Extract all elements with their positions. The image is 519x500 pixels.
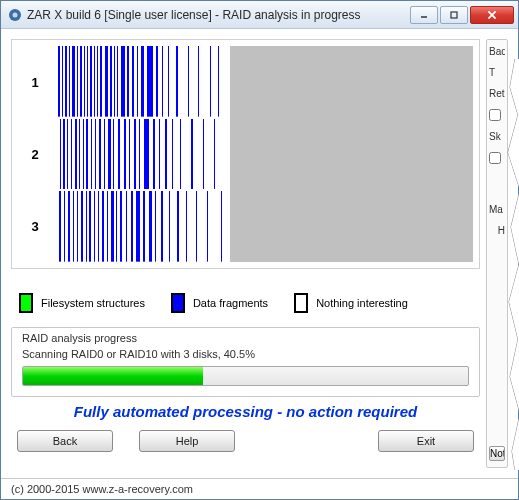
svg-rect-93 — [196, 191, 197, 262]
svg-rect-46 — [86, 119, 88, 190]
svg-rect-62 — [172, 119, 173, 190]
disk-stripe-1 — [58, 46, 226, 117]
back-button[interactable]: Back — [17, 430, 113, 452]
svg-rect-43 — [75, 119, 77, 190]
svg-rect-79 — [107, 191, 108, 262]
svg-rect-32 — [168, 46, 169, 117]
svg-rect-23 — [117, 46, 118, 117]
svg-rect-69 — [64, 191, 65, 262]
svg-rect-16 — [90, 46, 92, 117]
svg-rect-9 — [65, 46, 67, 117]
svg-rect-58 — [144, 119, 149, 190]
retry-label: Retry — [489, 88, 505, 99]
legend: Filesystem structures Data fragments Not… — [11, 293, 480, 313]
footer-text: (c) 2000-2015 www.z-a-recovery.com — [1, 478, 518, 499]
ma-label: Ma — [489, 204, 505, 215]
svg-rect-60 — [159, 119, 160, 190]
minimize-button[interactable] — [410, 6, 438, 24]
swatch-white-icon — [294, 293, 308, 313]
swatch-green-icon — [19, 293, 33, 313]
not-button[interactable]: Not — [489, 446, 505, 461]
svg-rect-52 — [113, 119, 114, 190]
app-window: ZAR X build 6 [Single user license] - RA… — [0, 0, 519, 500]
svg-rect-92 — [186, 191, 187, 262]
disk-stripe-3 — [58, 191, 226, 262]
svg-rect-22 — [114, 46, 115, 117]
svg-rect-83 — [126, 191, 127, 262]
legend-item-filesystem: Filesystem structures — [19, 293, 145, 313]
disk-row-numbers: 1 2 3 — [12, 46, 58, 262]
svg-rect-85 — [136, 191, 140, 262]
svg-rect-35 — [198, 46, 199, 117]
svg-rect-71 — [73, 191, 74, 262]
svg-rect-29 — [147, 46, 153, 117]
svg-rect-77 — [98, 191, 99, 262]
svg-rect-91 — [177, 191, 179, 262]
svg-rect-61 — [165, 119, 167, 190]
svg-rect-37 — [218, 46, 219, 117]
svg-rect-10 — [69, 46, 70, 117]
svg-rect-13 — [80, 46, 82, 117]
svg-rect-80 — [111, 191, 114, 262]
exit-button[interactable]: Exit — [378, 430, 474, 452]
disk-row-label: 2 — [12, 118, 58, 190]
svg-rect-20 — [105, 46, 108, 117]
svg-rect-40 — [63, 119, 65, 190]
svg-rect-44 — [79, 119, 80, 190]
svg-rect-48 — [95, 119, 96, 190]
disk-map-remainder — [230, 46, 473, 262]
legend-item-data: Data fragments — [171, 293, 268, 313]
svg-rect-50 — [104, 119, 105, 190]
svg-rect-47 — [91, 119, 92, 190]
disk-row-label: 3 — [12, 190, 58, 262]
svg-rect-17 — [94, 46, 95, 117]
svg-rect-39 — [60, 119, 61, 190]
svg-rect-68 — [59, 191, 61, 262]
svg-rect-11 — [72, 46, 75, 117]
a-checkbox[interactable]: A — [489, 109, 505, 121]
window-controls — [410, 6, 514, 24]
svg-rect-18 — [97, 46, 98, 117]
svg-rect-72 — [77, 191, 78, 262]
svg-rect-59 — [153, 119, 155, 190]
svg-rect-56 — [134, 119, 136, 190]
svg-rect-33 — [176, 46, 178, 117]
swatch-blue-icon — [171, 293, 185, 313]
skip-label: Sk — [489, 131, 505, 142]
svg-rect-70 — [68, 191, 70, 262]
maximize-button[interactable] — [440, 6, 468, 24]
svg-rect-54 — [124, 119, 126, 190]
svg-rect-51 — [108, 119, 111, 190]
legend-label: Filesystem structures — [41, 297, 145, 309]
help-button[interactable]: Help — [139, 430, 235, 452]
close-button[interactable] — [470, 6, 514, 24]
button-row: Back Help Exit — [11, 430, 480, 452]
t-label: T — [489, 67, 505, 78]
svg-rect-21 — [110, 46, 112, 117]
svg-rect-30 — [156, 46, 158, 117]
svg-rect-74 — [86, 191, 87, 262]
svg-rect-15 — [87, 46, 88, 117]
svg-rect-24 — [121, 46, 125, 117]
f-checkbox[interactable]: F — [489, 152, 505, 164]
svg-rect-55 — [129, 119, 130, 190]
svg-rect-53 — [118, 119, 120, 190]
svg-rect-14 — [84, 46, 85, 117]
svg-point-1 — [13, 12, 18, 17]
svg-rect-3 — [451, 12, 457, 18]
svg-rect-25 — [127, 46, 129, 117]
svg-rect-86 — [143, 191, 145, 262]
svg-rect-41 — [67, 119, 68, 190]
svg-rect-27 — [137, 46, 138, 117]
svg-rect-49 — [99, 119, 101, 190]
svg-rect-12 — [77, 46, 78, 117]
svg-rect-81 — [116, 191, 117, 262]
progress-group: RAID analysis progress Scanning RAID0 or… — [11, 327, 480, 397]
svg-rect-65 — [203, 119, 204, 190]
svg-rect-78 — [102, 191, 104, 262]
legend-label: Nothing interesting — [316, 297, 408, 309]
svg-rect-19 — [100, 46, 102, 117]
bad-sector-label: Bad — [489, 46, 505, 57]
svg-rect-73 — [81, 191, 83, 262]
svg-rect-34 — [188, 46, 189, 117]
